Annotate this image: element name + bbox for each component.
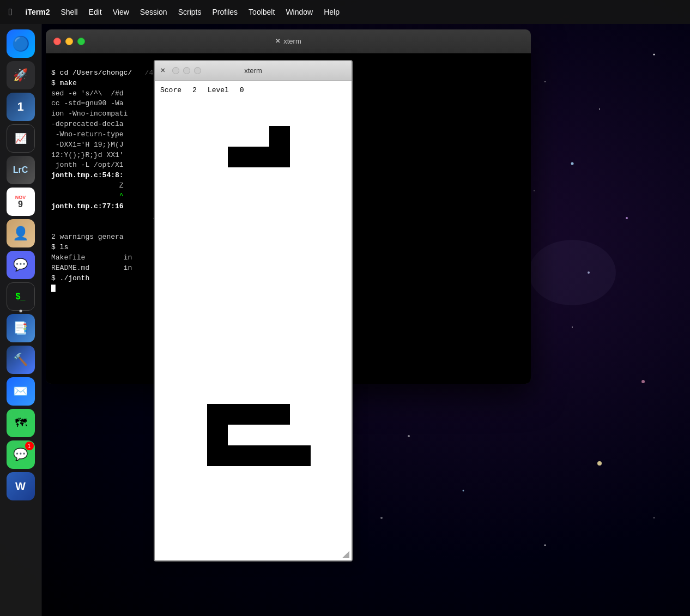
svg-point-3 (544, 81, 546, 82)
dock-keynote[interactable]: 📑 (7, 314, 35, 342)
level-label: Level (208, 86, 229, 94)
svg-point-9 (653, 54, 655, 56)
menu-view[interactable]: View (107, 5, 135, 19)
dock-1password[interactable]: 1 (7, 93, 35, 121)
menu-scripts[interactable]: Scripts (173, 5, 207, 19)
dock-discord[interactable]: 💬 (7, 251, 35, 279)
messages-badge: 1 (25, 442, 34, 450)
svg-point-7 (599, 108, 600, 110)
xterm-close-button[interactable] (172, 67, 179, 74)
menu-edit[interactable]: Edit (83, 5, 107, 19)
xterm-maximize-button[interactable] (194, 67, 201, 74)
xterm-scorebar: Score 2 Level 0 (160, 84, 346, 99)
iterm-minimize-button[interactable] (65, 38, 73, 45)
dock-lightroom[interactable]: LrC (7, 156, 35, 184)
xterm-minimize-button[interactable] (183, 67, 190, 74)
menu-help[interactable]: Help (318, 5, 345, 19)
menu-profiles[interactable]: Profiles (207, 5, 243, 19)
xterm-titlebar: ✕ xterm (155, 61, 352, 81)
score-value: 2 (192, 86, 197, 94)
svg-point-24 (529, 240, 616, 305)
iterm-close-button[interactable] (53, 38, 61, 45)
menu-window[interactable]: Window (280, 5, 318, 19)
svg-point-8 (626, 217, 628, 219)
dock-maps[interactable]: 🗺 (7, 409, 35, 437)
svg-point-16 (463, 490, 464, 492)
dock-activity-monitor[interactable]: 📈 (7, 124, 35, 153)
dock-calendar[interactable]: NOV9 (7, 188, 35, 216)
iterm-maximize-button[interactable] (77, 38, 85, 45)
svg-point-22 (534, 190, 535, 191)
resize-handle[interactable] (342, 551, 349, 558)
xterm-content[interactable]: Score 2 Level 0 (155, 81, 352, 560)
level-value: 0 (240, 86, 244, 94)
xterm-close-x-icon: ✕ (160, 67, 165, 74)
dock-finder[interactable]: 🔵 (7, 29, 35, 58)
dock-contacts[interactable]: 👤 (7, 219, 35, 247)
svg-point-13 (641, 380, 645, 383)
menu-shell[interactable]: Shell (55, 5, 83, 19)
menu-iterm2[interactable]: iTerm2 (20, 5, 56, 19)
iterm-titlebar: ✕ xterm (46, 29, 531, 53)
dock-terminal[interactable]: $_ (7, 282, 35, 311)
svg-point-12 (572, 327, 573, 328)
svg-point-20 (544, 545, 546, 546)
menu-toolbelt[interactable]: Toolbelt (243, 5, 280, 19)
xterm-title: xterm (244, 67, 262, 75)
svg-point-17 (597, 461, 602, 466)
menu-session[interactable]: Session (135, 5, 173, 19)
tetris-lower-pieces (160, 404, 346, 513)
iterm-title: ✕ xterm (275, 37, 301, 45)
svg-point-18 (653, 517, 655, 518)
svg-point-4 (571, 162, 574, 165)
dock-launchpad[interactable]: 🚀 (7, 61, 35, 89)
xterm-window: ✕ xterm Score 2 Level 0 (154, 60, 353, 561)
svg-point-15 (408, 435, 410, 437)
svg-point-19 (380, 517, 383, 519)
menubar:  iTerm2 Shell Edit View Session Scripts… (0, 0, 690, 24)
dock-mail[interactable]: ✉️ (7, 377, 35, 406)
dock: 🔵 🚀 1 📈 LrC NOV9 👤 💬 $_ 📑 🔨 ✉️ � (0, 24, 41, 616)
tetris-upper-piece (160, 99, 346, 262)
apple-menu[interactable]:  (9, 7, 13, 18)
dock-xcode[interactable]: 🔨 (7, 346, 35, 374)
dock-word[interactable]: W (7, 472, 35, 500)
dock-messages[interactable]: 💬 1 (7, 440, 35, 469)
score-label: Score (160, 86, 181, 94)
